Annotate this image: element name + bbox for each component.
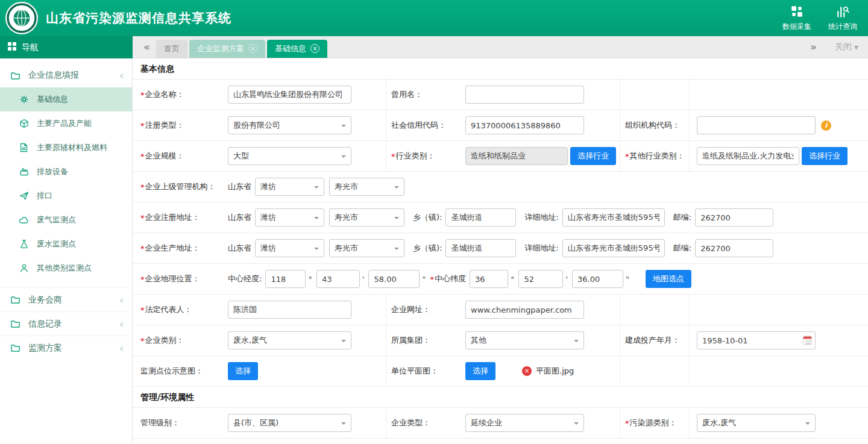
info-icon[interactable]: i	[821, 120, 831, 131]
unit-plan-select-button[interactable]: 选择	[465, 362, 495, 380]
latitude-sec-input[interactable]	[572, 270, 623, 288]
required-mark: *	[140, 244, 145, 253]
logo-emblem-icon	[5, 1, 39, 35]
mgmt-level-select[interactable]: 县(市、区属)	[228, 414, 351, 432]
org-code-input[interactable]	[697, 116, 816, 134]
reg-addr-city-select[interactable]: 潍坊	[255, 208, 324, 227]
industry-input[interactable]	[465, 147, 568, 165]
tab-home[interactable]: 首页	[156, 40, 187, 58]
category-label: 企业类别：	[145, 335, 184, 346]
group-select[interactable]: 其他	[465, 331, 584, 349]
folder-icon	[10, 71, 20, 80]
sidebar-item-basic-info[interactable]: 基础信息	[0, 87, 132, 111]
prod-addr-zip-input[interactable]	[695, 239, 773, 257]
calendar-icon[interactable]	[803, 336, 812, 345]
category-select[interactable]: 废水,废气	[228, 331, 351, 349]
data-collect-button[interactable]: 数据采集	[782, 5, 811, 32]
legal-rep-input[interactable]	[228, 301, 351, 319]
map-pick-button[interactable]: 地图选点	[646, 270, 691, 288]
flask-icon	[19, 239, 29, 249]
cube-icon	[19, 119, 29, 128]
parent-org-district-value: 寿光市	[335, 181, 358, 192]
prod-addr-district-select[interactable]: 寿光市	[329, 239, 404, 257]
section-title-basic: 基本信息	[133, 58, 868, 80]
company-type-select[interactable]: 延续企业	[465, 414, 584, 432]
province-label: 山东省	[228, 243, 251, 254]
sidebar-item-gas-monitor-points[interactable]: 废气监测点	[0, 208, 132, 232]
required-mark: *	[140, 213, 145, 222]
scale-select[interactable]: 大型	[228, 147, 351, 165]
unit-plan-file-name: 平面图.jpg	[536, 366, 574, 377]
latitude-label: 中心纬度	[435, 274, 466, 284]
folder-icon	[10, 295, 20, 304]
sidebar-item-main-products[interactable]: 主要产品及产能	[0, 111, 132, 136]
former-name-label: 曾用名：	[391, 89, 423, 100]
sidebar-item-label: 排放设备	[37, 166, 68, 177]
longitude-min-input[interactable]	[316, 270, 360, 288]
tabs-scroll-right-icon[interactable]: »	[804, 37, 823, 57]
credit-code-input[interactable]	[465, 116, 584, 134]
folder-icon	[10, 319, 20, 328]
select-other-industry-button[interactable]: 选择行业	[802, 147, 848, 165]
group-value: 其他	[471, 335, 486, 346]
prod-addr-detail-input[interactable]	[562, 239, 665, 257]
website-input[interactable]	[465, 301, 584, 319]
company-name-input[interactable]	[228, 86, 351, 104]
other-industry-input[interactable]	[697, 147, 799, 165]
category-value: 废水,废气	[233, 335, 267, 346]
sidebar-item-other-monitor-points[interactable]: 其他类别监测点	[0, 256, 132, 280]
tab-close-icon[interactable]: ×	[310, 44, 319, 53]
required-mark: *	[625, 419, 629, 428]
sidebar-group-monitor-plan[interactable]: 监测方案 ‹	[0, 336, 132, 360]
app-logo	[5, 1, 39, 35]
sidebar-gap	[0, 280, 132, 287]
monitor-sketch-select-button[interactable]: 选择	[228, 362, 258, 380]
parent-org-district-select[interactable]: 寿光市	[329, 178, 404, 196]
longitude-deg-input[interactable]	[265, 270, 306, 288]
register-type-select[interactable]: 股份有限公司	[228, 116, 351, 134]
reg-addr-detail-input[interactable]	[562, 208, 665, 227]
tab-close-icon[interactable]: ×	[248, 44, 257, 53]
built-date-field	[697, 331, 816, 349]
province-label: 山东省	[228, 181, 251, 192]
province-label: 山东省	[228, 212, 251, 223]
sidebar-group-enterprise-info[interactable]: 企业信息填报 ‹	[0, 63, 132, 87]
former-name-input[interactable]	[465, 86, 584, 104]
sidebar-item-emission-equipment[interactable]: 排放设备	[0, 160, 132, 184]
reg-addr-district-select[interactable]: 寿光市	[329, 208, 404, 227]
tab-enterprise-monitor-plan[interactable]: 企业监测方案 ×	[189, 40, 265, 58]
latitude-min-input[interactable]	[518, 270, 563, 288]
prod-addr-city-select[interactable]: 潍坊	[255, 239, 324, 257]
sidebar-group-info-records[interactable]: 信息记录 ‹	[0, 311, 132, 336]
sidebar-nav: 企业信息填报 ‹ 基础信息 主要产品及产能	[0, 58, 133, 444]
zip-label: 邮编:	[673, 212, 691, 223]
reg-addr-town-input[interactable]	[445, 208, 516, 227]
latitude-deg-input[interactable]	[470, 270, 508, 288]
tab-basic-info[interactable]: 基础信息 ×	[267, 40, 327, 58]
sidebar-item-label: 基础信息	[37, 94, 68, 105]
stats-query-button[interactable]: 统计查询	[828, 5, 857, 32]
chevron-left-icon: ‹	[119, 294, 124, 306]
sidebar-group-business-consult[interactable]: 业务会商 ‹	[0, 287, 132, 311]
sidebar-item-raw-materials[interactable]: 主要原辅材料及燃料	[0, 136, 132, 160]
longitude-sec-input[interactable]	[368, 270, 420, 288]
second-unit: "	[626, 275, 629, 284]
tabs-scroll-left-icon[interactable]: «	[137, 37, 156, 57]
pollution-type-select[interactable]: 废水,废气	[697, 414, 816, 432]
sidebar-item-water-monitor-points[interactable]: 废水监测点	[0, 232, 132, 256]
select-industry-button[interactable]: 选择行业	[570, 147, 616, 165]
industry-label: 行业类别：	[396, 151, 435, 161]
close-tabs-menu[interactable]: 关闭 ▾	[835, 42, 858, 52]
delete-file-icon[interactable]: ×	[522, 366, 532, 376]
mid-bar: 导航 « 首页 企业监测方案 × 基础信息 × » 关闭 ▾	[0, 36, 868, 58]
built-date-input[interactable]	[697, 331, 816, 349]
reg-addr-zip-input[interactable]	[695, 208, 773, 227]
parent-org-city-select[interactable]: 潍坊	[255, 178, 324, 196]
sidebar-item-outlet[interactable]: 排口	[0, 184, 132, 208]
second-unit: "	[422, 275, 426, 284]
sidebar-group-label: 企业信息填报	[28, 70, 79, 81]
prod-addr-town-input[interactable]	[445, 239, 516, 257]
required-mark: *	[140, 90, 145, 99]
stats-query-label: 统计查询	[828, 22, 857, 32]
close-tabs-label: 关闭	[835, 42, 852, 52]
